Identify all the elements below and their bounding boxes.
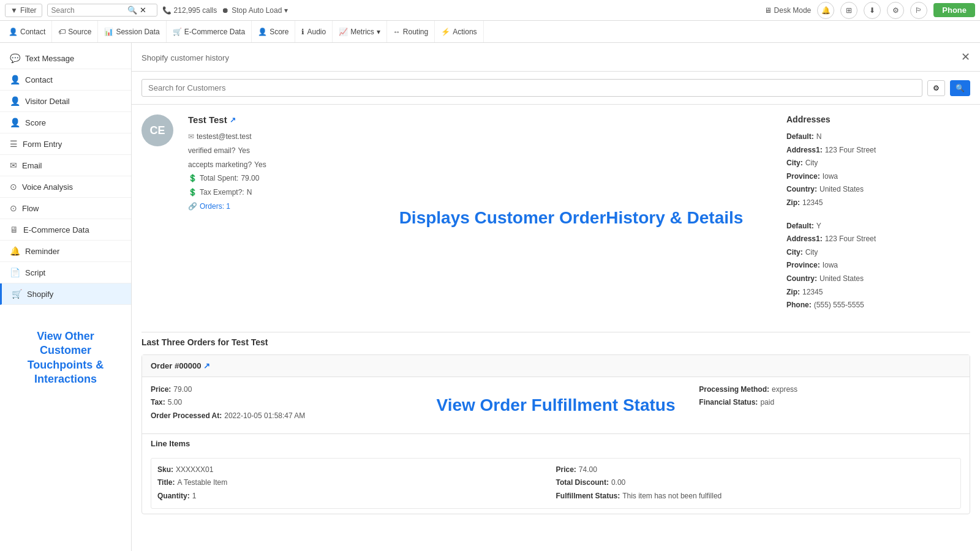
calls-count: 212,995 calls <box>174 6 217 15</box>
filter-label: Filter <box>20 6 37 15</box>
visitor-detail-icon: 👤 <box>10 96 20 106</box>
tax-icon: 💲 <box>188 186 197 200</box>
main-layout: 💬 Text Message 👤 Contact 👤 Visitor Detai… <box>0 43 980 551</box>
customer-search-bar: ⚙ 🔍 <box>132 72 980 105</box>
tab-audio[interactable]: ℹ Audio <box>295 21 333 43</box>
form-entry-icon: ☰ <box>10 139 18 149</box>
customer-search-input[interactable] <box>141 79 922 97</box>
arrow-down-icon[interactable]: ⬇ <box>864 2 881 19</box>
session-tab-icon: 📊 <box>104 28 113 36</box>
calls-info: 📞 212,995 calls <box>162 6 217 15</box>
customer-detail: CE Test Test ↗ ✉ testest@test.test verif… <box>132 105 980 332</box>
settings-icon[interactable]: ⚙ <box>887 2 904 19</box>
order-body-1: Price: 79.00 Tax: 5.00 Order Processed A… <box>142 377 970 433</box>
tab-actions[interactable]: ⚡ Actions <box>435 21 483 43</box>
shopify-header: Shopify customer history ✕ <box>132 43 980 72</box>
topbar: ▼ Filter 🔍 ✕ 📞 212,995 calls ⏺ Stop Auto… <box>0 0 980 21</box>
address-block-2: Default: Y Address1: 123 Four Street Cit… <box>786 220 970 312</box>
tab-contact[interactable]: 👤 Contact <box>2 21 52 43</box>
contact-tab-icon: 👤 <box>9 28 18 36</box>
calls-icon: 📞 <box>162 6 172 15</box>
sidebar-item-flow[interactable]: ⊙ Flow <box>0 198 131 219</box>
filter-icon: ▼ <box>10 6 18 15</box>
metrics-tab-icon: 📈 <box>339 28 348 36</box>
order-header-1: Order #00000 ↗ <box>142 355 970 377</box>
order-right-1: Processing Method: express Financial Sta… <box>699 383 961 427</box>
filter-button[interactable]: ▼ Filter <box>5 4 42 17</box>
sidebar-item-script[interactable]: 📄 Script <box>0 262 131 283</box>
shopify-panel-title: Shopify customer history <box>141 52 229 62</box>
close-button[interactable]: ✕ <box>961 50 970 64</box>
orders-title: Last Three Orders for Test Test <box>141 332 970 347</box>
order-left-1: Price: 79.00 Tax: 5.00 Order Processed A… <box>151 383 413 427</box>
flag-icon[interactable]: 🏳 <box>910 2 927 19</box>
line-item-body-1: Sku: XXXXXX01 Title: A Testable Item Qua… <box>151 459 960 508</box>
right-actions: 🖥 Desk Mode 🔔 ⊞ ⬇ ⚙ 🏳 Phone <box>764 2 975 19</box>
shopify-title-wrap: Shopify customer history <box>141 52 229 62</box>
score-icon: 👤 <box>10 118 20 127</box>
grid-icon[interactable]: ⊞ <box>840 2 858 19</box>
sidebar-item-voice-analysis[interactable]: ⊙ Voice Analysis <box>0 176 131 198</box>
spent-icon: 💲 <box>188 171 197 186</box>
routing-tab-icon: ↔ <box>393 28 401 36</box>
search-input[interactable] <box>51 6 125 15</box>
contact-icon: 👤 <box>10 75 20 84</box>
sidebar-item-visitor-detail[interactable]: 👤 Visitor Detail <box>0 91 131 112</box>
voice-analysis-icon: ⊙ <box>10 182 17 192</box>
desk-mode-button[interactable]: 🖥 Desk Mode <box>764 6 811 15</box>
reminder-icon: 🔔 <box>10 246 20 256</box>
tab-session-data[interactable]: 📊 Session Data <box>98 21 166 43</box>
flow-icon: ⊙ <box>10 203 17 213</box>
sidebar-item-score[interactable]: 👤 Score <box>0 112 131 133</box>
line-item-left-1: Sku: XXXXXX01 Title: A Testable Item Qua… <box>157 463 556 503</box>
customer-left-col: CE Test Test ↗ ✉ testest@test.test verif… <box>141 114 356 322</box>
stop-auto-load-button[interactable]: ⏺ Stop Auto Load ▾ <box>222 6 288 15</box>
tab-ecommerce-data[interactable]: 🛒 E-Commerce Data <box>167 21 252 43</box>
phone-button[interactable]: Phone <box>933 3 975 17</box>
center-promo-message: Displays Customer OrderHistory & Details <box>366 114 777 322</box>
search-go-button[interactable]: 🔍 <box>950 80 970 96</box>
sidebar-item-email[interactable]: ✉ Email <box>0 155 131 176</box>
tab-routing[interactable]: ↔ Routing <box>387 21 435 43</box>
stop-icon: ⏺ <box>222 6 229 15</box>
tab-metrics[interactable]: 📈 Metrics ▾ <box>333 21 387 43</box>
sidebar-item-ecommerce-data[interactable]: 🖥 E-Commerce Data <box>0 219 131 241</box>
stop-chevron-icon: ▾ <box>284 6 288 15</box>
order-link-icon[interactable]: ↗ <box>203 361 210 370</box>
customer-name: Test Test ↗ <box>188 114 266 125</box>
ecommerce-data-icon: 🖥 <box>10 225 18 234</box>
audio-tab-icon: ℹ <box>301 28 304 36</box>
shopify-icon: 🛒 <box>12 289 22 299</box>
line-items-title: Line Items <box>142 433 970 453</box>
stop-label: Stop Auto Load <box>232 6 282 15</box>
nav-tabs: 👤 Contact 🏷 Source 📊 Session Data 🛒 E-Co… <box>0 21 980 43</box>
tab-score[interactable]: 👤 Score <box>252 21 295 43</box>
tab-source[interactable]: 🏷 Source <box>52 21 98 43</box>
external-link-icon[interactable]: ↗ <box>230 116 236 124</box>
search-bar: 🔍 ✕ <box>47 4 157 17</box>
sidebar-item-text-message[interactable]: 💬 Text Message <box>0 48 131 69</box>
search-settings-button[interactable]: ⚙ <box>927 80 945 96</box>
sidebar-item-contact[interactable]: 👤 Contact <box>0 69 131 91</box>
sidebar-item-shopify[interactable]: 🛒 Shopify <box>0 283 131 305</box>
addresses-column: Addresses Default: N Address1: 123 Four … <box>786 114 970 322</box>
content-area: Shopify customer history ✕ ⚙ 🔍 CE Test T… <box>132 43 980 551</box>
line-item-right-1: Price: 74.00 Total Discount: 0.00 Fulfil… <box>556 463 955 503</box>
bell-icon[interactable]: 🔔 <box>817 2 834 19</box>
customer-info: Test Test ↗ ✉ testest@test.test verified… <box>188 114 266 214</box>
customer-avatar: CE <box>141 114 173 146</box>
ecommerce-tab-icon: 🛒 <box>173 28 182 36</box>
text-message-icon: 💬 <box>10 53 20 63</box>
script-icon: 📄 <box>10 268 20 277</box>
actions-tab-icon: ⚡ <box>441 28 450 36</box>
email-meta-icon: ✉ <box>188 130 194 144</box>
sidebar-item-reminder[interactable]: 🔔 Reminder <box>0 241 131 262</box>
source-tab-icon: 🏷 <box>58 28 66 36</box>
sidebar-item-form-entry[interactable]: ☰ Form Entry <box>0 133 131 155</box>
addresses-title: Addresses <box>786 114 970 124</box>
clear-icon[interactable]: ✕ <box>140 6 146 15</box>
customer-meta: ✉ testest@test.test verified email? Yes … <box>188 130 266 214</box>
score-tab-icon: 👤 <box>258 28 267 36</box>
line-item-1: Sku: XXXXXX01 Title: A Testable Item Qua… <box>151 458 961 509</box>
orders-link[interactable]: Orders: 1 <box>200 200 230 214</box>
